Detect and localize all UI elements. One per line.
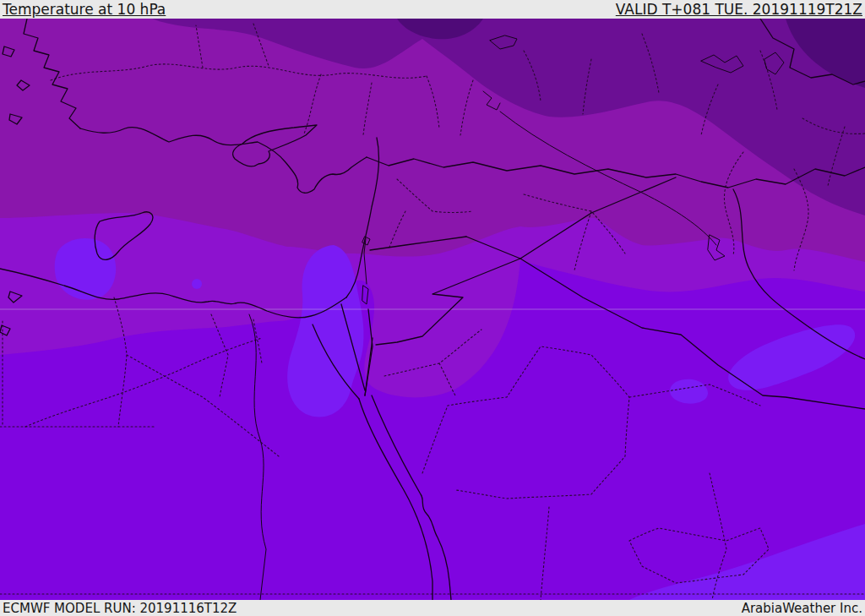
header-bar: Temperature at 10 hPa VALID T+081 TUE. 2… <box>0 0 865 19</box>
footer-bar: ECMWF MODEL RUN: 20191116T12Z ArabiaWeat… <box>0 600 865 616</box>
valid-time-label: VALID T+081 TUE. 20191119T21Z <box>616 1 862 19</box>
credit-label: ArabiaWeather Inc. <box>742 601 862 616</box>
model-run-label: ECMWF MODEL RUN: 20191116T12Z <box>3 601 237 616</box>
weather-map-screen: Temperature at 10 hPa VALID T+081 TUE. 2… <box>0 0 865 616</box>
map-title: Temperature at 10 hPa <box>3 1 166 19</box>
weather-map <box>0 19 865 600</box>
cold-patch-dot <box>192 279 202 289</box>
